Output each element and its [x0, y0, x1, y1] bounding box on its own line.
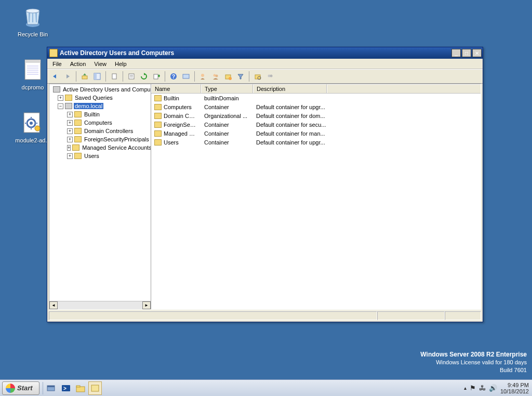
folder-icon: [154, 104, 162, 110]
tree-body[interactable]: Active Directory Users and Comput + Save…: [49, 84, 151, 301]
menu-help[interactable]: Help: [111, 60, 131, 68]
taskbar-server-manager[interactable]: [45, 381, 58, 395]
close-button[interactable]: ✕: [472, 49, 482, 57]
flag-icon[interactable]: ⚑: [470, 384, 476, 392]
list-row[interactable]: ForeignSecur...ContainerDefault containe…: [151, 120, 481, 129]
export-button[interactable]: [151, 71, 162, 82]
refresh-button[interactable]: [138, 71, 150, 82]
scroll-right-button[interactable]: ►: [142, 301, 151, 309]
menu-action[interactable]: Action: [66, 60, 90, 68]
tree-domain[interactable]: − demo.local: [49, 102, 151, 110]
tree-child[interactable]: +ForeignSecurityPrincipals: [49, 135, 151, 143]
menu-view[interactable]: View: [90, 60, 111, 68]
desktop-icon-recycle-bin[interactable]: Recycle Bin: [12, 4, 53, 38]
show-hide-tree-button[interactable]: [91, 71, 103, 82]
expand-icon[interactable]: +: [58, 95, 63, 101]
list-row[interactable]: BuiltinbuiltinDomain: [151, 94, 481, 102]
svg-rect-21: [129, 74, 134, 79]
toolbar: ?: [47, 69, 483, 84]
list-body[interactable]: BuiltinbuiltinDomainComputersContainerDe…: [151, 94, 481, 309]
forward-button[interactable]: [62, 71, 73, 82]
network-icon[interactable]: 🖧: [479, 384, 486, 392]
recycle-bin-icon: [20, 4, 45, 29]
tree-label-selected: demo.local: [74, 103, 103, 109]
svg-point-1: [26, 9, 39, 13]
column-header-desc[interactable]: Description: [253, 84, 327, 93]
expand-icon[interactable]: +: [67, 120, 73, 126]
up-button[interactable]: [79, 71, 90, 82]
svg-rect-20: [112, 74, 116, 79]
svg-rect-19: [94, 73, 97, 80]
tree-label: Active Directory Users and Comput: [62, 86, 151, 93]
aduc-window: Active Directory Users and Computers _ □…: [47, 47, 483, 322]
tree-hscrollbar[interactable]: ◄ ►: [49, 301, 151, 309]
list-row[interactable]: ComputersContainerDefault container for …: [151, 102, 481, 111]
expand-icon[interactable]: +: [67, 145, 71, 151]
menu-file[interactable]: File: [48, 60, 66, 68]
find-button[interactable]: [180, 71, 192, 82]
system-tray: ▴ ⚑ 🖧 🔊 9:49 PM 10/18/2012: [461, 382, 532, 394]
list-row[interactable]: UsersContainerDefault container for upgr…: [151, 138, 481, 147]
tree-child[interactable]: +Users: [49, 152, 151, 160]
taskbar: Start > ▴ ⚑ 🖧 🔊 9:49 PM 10/18/2012: [0, 379, 532, 396]
titlebar[interactable]: Active Directory Users and Computers _ □…: [47, 47, 483, 59]
windows-orb-icon: [6, 384, 15, 393]
svg-point-36: [270, 75, 273, 77]
minimize-button[interactable]: _: [451, 49, 461, 57]
expand-icon[interactable]: +: [67, 153, 73, 159]
folder-icon: [154, 113, 162, 119]
taskbar-explorer[interactable]: [74, 381, 87, 395]
tree-label: Managed Service Accounts: [81, 144, 151, 151]
properties-button[interactable]: [126, 71, 137, 82]
app-icon: [49, 49, 58, 57]
filter-button[interactable]: [235, 71, 246, 82]
back-button[interactable]: [49, 71, 61, 82]
menubar: File Action View Help: [47, 59, 483, 69]
new-ou-button[interactable]: [222, 71, 234, 82]
new-user-button[interactable]: [197, 71, 209, 82]
expand-icon[interactable]: +: [67, 128, 73, 134]
list-row[interactable]: Domain Cont...Organizational ...Default …: [151, 111, 481, 120]
scroll-left-button[interactable]: ◄: [49, 301, 58, 309]
tray-clock[interactable]: 9:49 PM 10/18/2012: [500, 382, 529, 394]
tree-child[interactable]: +Builtin: [49, 110, 151, 118]
tree-child[interactable]: +Computers: [49, 118, 151, 127]
taskbar-powershell[interactable]: >: [59, 381, 73, 395]
cut-button[interactable]: [109, 71, 120, 82]
tray-expand-icon[interactable]: ▴: [464, 385, 467, 391]
help-button[interactable]: ?: [168, 71, 179, 82]
tree-child[interactable]: +Managed Service Accounts: [49, 143, 151, 152]
tree-label: Builtin: [83, 111, 101, 117]
add-to-group-button[interactable]: [264, 71, 276, 82]
settings-file-icon: [20, 110, 45, 135]
taskbar-aduc-active[interactable]: [88, 381, 102, 395]
volume-icon[interactable]: 🔊: [489, 384, 497, 392]
svg-rect-42: [76, 386, 80, 387]
new-group-button[interactable]: [210, 71, 221, 82]
column-header-name[interactable]: Name: [151, 84, 201, 93]
list-row[interactable]: Managed Ser...ContainerDefault container…: [151, 129, 481, 138]
folder-icon: [154, 95, 162, 101]
folder-icon: [74, 153, 82, 159]
find-objects-button[interactable]: [252, 71, 263, 82]
svg-point-28: [201, 74, 204, 77]
svg-point-16: [35, 126, 40, 131]
svg-point-30: [216, 75, 218, 77]
expand-icon[interactable]: +: [67, 112, 73, 117]
scroll-track[interactable]: [58, 301, 142, 309]
folder-icon: [154, 139, 162, 146]
maximize-button[interactable]: □: [462, 49, 471, 57]
tree-root[interactable]: Active Directory Users and Comput: [49, 85, 151, 94]
tree-child[interactable]: +Domain Controllers: [49, 127, 151, 135]
svg-rect-3: [25, 60, 41, 63]
column-header-type[interactable]: Type: [201, 84, 253, 93]
folder-icon: [72, 144, 79, 151]
svg-point-11: [30, 122, 33, 125]
domain-icon: [65, 103, 72, 109]
tree-saved-queries[interactable]: + Saved Queries: [49, 94, 151, 102]
expand-icon[interactable]: +: [67, 137, 73, 142]
collapse-icon[interactable]: −: [58, 103, 63, 109]
start-button[interactable]: Start: [2, 381, 39, 395]
folder-icon: [74, 136, 82, 142]
folder-icon: [65, 95, 72, 101]
